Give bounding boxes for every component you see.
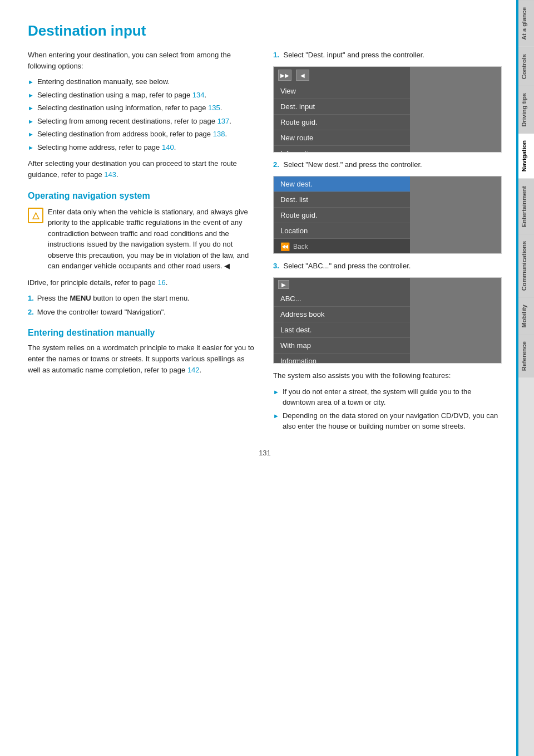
right-step-3-text: 3. Select "ABC..." and press the control… [273, 261, 502, 272]
op-step-1: 1. Press the MENU button to open the sta… [28, 293, 256, 304]
bullet-text-6: Selecting home address, refer to page 14… [37, 142, 176, 153]
main-content: Destination input When entering your des… [0, 0, 518, 756]
link-137[interactable]: 137 [217, 117, 230, 125]
link-135[interactable]: 135 [208, 104, 220, 112]
assists-item-1: ► If you do not enter a street, the syst… [273, 386, 502, 408]
operating-nav-heading: Operating navigation system [28, 191, 256, 201]
page-title: Destination input [28, 22, 502, 40]
step-number-1: 1. [28, 293, 34, 304]
list-item: ► Entering destination manually, see bel… [28, 76, 256, 87]
sidebar-tab-at-a-glance[interactable]: At a glance [518, 0, 534, 47]
link-138[interactable]: 138 [213, 130, 225, 138]
list-item: ► Selecting home address, refer to page … [28, 142, 256, 153]
bullet-arrow-icon: ► [273, 387, 279, 397]
bullet-text-4: Selecting from among recent destinations… [37, 116, 231, 127]
bullet-arrow-icon: ► [28, 117, 34, 126]
page-number: 131 [28, 449, 502, 457]
two-column-layout: When entering your destination, you can … [28, 50, 502, 438]
bullet-arrow-icon: ► [28, 91, 34, 100]
bullet-arrow-icon: ► [28, 77, 34, 87]
bullet-text-1: Entering destination manually, see below… [37, 76, 170, 87]
assists-bullet-list: ► If you do not enter a street, the syst… [273, 386, 502, 432]
sidebar-tab-mobility[interactable]: Mobility [518, 297, 534, 335]
op-steps-list: 1. Press the MENU button to open the sta… [28, 293, 256, 318]
step-number-2: 2. [28, 307, 34, 318]
right-step-1-text: 1. Select "Dest. input" and press the co… [273, 50, 502, 61]
system-assists-text: The system also assists you with the fol… [273, 370, 502, 381]
intro-text: When entering your destination, you can … [28, 50, 256, 72]
entering-dest-heading: Entering destination manually [28, 328, 256, 338]
sidebar-tab-driving-tips[interactable]: Driving tips [518, 86, 534, 134]
screen2-right-panel [410, 176, 501, 253]
bullet-text-5: Selecting destination from address book,… [37, 129, 227, 140]
link-140[interactable]: 140 [162, 143, 174, 151]
top-bar-icon-back: ◀ [296, 70, 309, 81]
link-16[interactable]: 16 [157, 278, 165, 287]
assists-text-2: Depending on the data stored on your nav… [283, 410, 502, 432]
op-step-2: 2. Move the controller toward "Navigatio… [28, 307, 256, 318]
warning-box: △ Enter data only when the vehicle is st… [28, 207, 256, 272]
list-item: ► Selecting destination using a map, ref… [28, 90, 256, 101]
bullet-arrow-icon: ► [28, 104, 34, 113]
right-step-2-text: 2. Select "New dest." and press the cont… [273, 159, 502, 170]
bullet-text-2: Selecting destination using a map, refer… [37, 90, 206, 101]
bullet-list: ► Entering destination manually, see bel… [28, 76, 256, 153]
link-134[interactable]: 134 [192, 91, 205, 99]
list-item: ► Selecting destination using informatio… [28, 102, 256, 114]
assists-text-1: If you do not enter a street, the system… [283, 386, 502, 408]
bullet-arrow-icon: ► [273, 411, 279, 421]
link-142[interactable]: 142 [187, 366, 200, 374]
left-column: When entering your destination, you can … [28, 50, 256, 438]
sidebar-tab-entertainment[interactable]: Entertainment [518, 179, 534, 234]
entering-dest-text: The system relies on a wordmatch princip… [28, 342, 256, 376]
sidebar-tab-communications[interactable]: Communications [518, 234, 534, 297]
bullet-arrow-icon: ► [28, 143, 34, 153]
bullet-text-3: Selecting destination using information,… [37, 102, 222, 114]
list-item: ► Selecting destination from address boo… [28, 129, 256, 140]
screen3-top-icon: ▶ [278, 280, 289, 289]
warning-icon: △ [28, 208, 43, 223]
sidebar-tab-reference[interactable]: Reference [518, 334, 534, 377]
step-1-text: Press the MENU button to open the start … [37, 293, 190, 304]
assists-item-2: ► Depending on the data stored on your n… [273, 410, 502, 432]
screen2-screenshot: New dest. Dest. list Route guid. Locatio… [273, 176, 502, 254]
link-143[interactable]: 143 [104, 170, 116, 179]
step-2-text: Move the controller toward "Navigation". [37, 307, 166, 318]
idrive-text: iDrive, for principle details, refer to … [28, 277, 256, 288]
screen3-right-panel [410, 278, 501, 363]
screen1-screenshot: ▶▶ ◀ View Dest. input Route guid. New ro… [273, 66, 502, 153]
sidebar-tab-navigation[interactable]: Navigation [518, 133, 534, 178]
list-item: ► Selecting from among recent destinatio… [28, 116, 256, 127]
warning-text: Enter data only when the vehicle is stat… [48, 207, 256, 272]
sidebar-tab-controls[interactable]: Controls [518, 47, 534, 86]
right-column: 1. Select "Dest. input" and press the co… [273, 50, 502, 438]
screen3-screenshot: ▶ ABC... Address book Last dest. With ma… [273, 277, 502, 364]
top-bar-icon-sound: ▶▶ [278, 70, 291, 81]
after-selecting-text: After selecting your destination you can… [28, 158, 256, 180]
screen1-right-panel [410, 67, 501, 152]
bullet-arrow-icon: ► [28, 130, 34, 139]
sidebar-tabs: At a glance Controls Driving tips Naviga… [518, 0, 534, 756]
